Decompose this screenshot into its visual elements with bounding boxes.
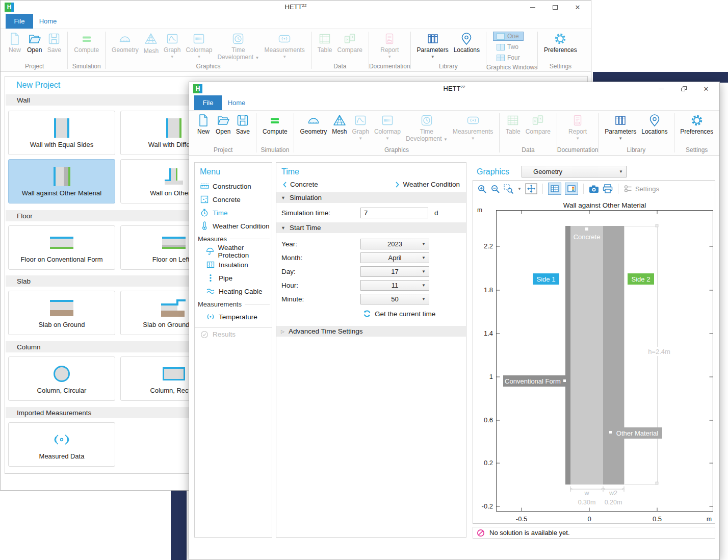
open-button[interactable]: Open [24, 32, 44, 54]
side1-label: Side 1 [537, 275, 556, 283]
open-folder-icon [216, 113, 230, 128]
graphics-view-dropdown[interactable]: Geometry▼ [522, 166, 627, 177]
section-start-time[interactable]: ▼Start Time [276, 222, 466, 233]
geometry-button[interactable]: Geometry [298, 113, 330, 136]
table-icon [318, 32, 332, 46]
nav-next-weather-condition[interactable]: Weather Condition [395, 181, 460, 188]
preferences-button[interactable]: Preferences [678, 113, 716, 136]
print-button[interactable] [603, 184, 613, 193]
compare-button[interactable]: Compare [523, 113, 553, 136]
simulation-time-input[interactable] [360, 208, 428, 218]
zoom-region-button[interactable] [504, 184, 514, 194]
zoom-extents-button[interactable] [525, 183, 537, 194]
graph-button[interactable]: Graph▼ [350, 113, 372, 141]
card-measured-data[interactable]: Measured Data [8, 422, 115, 467]
menu-item-temperature[interactable]: Temperature [195, 310, 272, 323]
graphics-windows-four[interactable]: Four [493, 53, 524, 62]
menu-item-insulation[interactable]: Insulation [195, 258, 272, 271]
minimize-button[interactable] [522, 1, 544, 14]
locations-button[interactable]: Locations [639, 113, 670, 136]
card-slab-on-ground[interactable]: Slab on Ground [8, 291, 115, 335]
plot-title: Wall against Other Material [563, 201, 646, 209]
grid-toggle-button[interactable] [548, 183, 561, 195]
menu-item-heating-cable[interactable]: Heating Cable [195, 285, 272, 298]
mesh-button[interactable]: Mesh [141, 32, 161, 55]
svg-text:-0.2: -0.2 [482, 502, 493, 510]
year-dropdown[interactable]: 2023▼ [360, 239, 429, 249]
preferences-button[interactable]: Preferences [541, 32, 580, 54]
report-button[interactable]: Report▼ [566, 113, 589, 141]
get-current-time-button[interactable]: Get the current time [363, 308, 466, 320]
table-button[interactable]: Table [315, 32, 335, 54]
plot-settings-button[interactable]: Settings [623, 185, 659, 193]
day-dropdown[interactable]: 17▼ [360, 266, 429, 277]
menu-item-weather-protection[interactable]: Weather Protection [195, 245, 272, 258]
geometry-plot[interactable]: Wall against Other Material m 2.2 1.8 1.… [473, 195, 715, 523]
nav-previous-concrete[interactable]: Concrete [282, 181, 318, 188]
graph-curve-icon [353, 113, 368, 128]
graph-button[interactable]: Graph▼ [161, 32, 183, 59]
ribbon-group-graphics: Geometry Mesh Graph▼ Colormap▼ TimeDevel… [294, 111, 500, 155]
zoom-out-button[interactable] [490, 184, 500, 194]
compute-button[interactable]: Compute [260, 113, 290, 136]
menu-item-concrete[interactable]: Concrete [195, 193, 272, 206]
month-dropdown[interactable]: April▼ [360, 252, 429, 263]
svg-text:0.2: 0.2 [484, 459, 493, 467]
new-button[interactable]: New [5, 32, 24, 54]
new-file-icon [196, 113, 211, 128]
graphics-panel: Graphics Geometry▼ ▼ Settings Wall again [470, 162, 719, 541]
no-solution-icon [477, 529, 485, 537]
graphics-windows-one[interactable]: One [493, 32, 524, 41]
open-button[interactable]: Open [213, 113, 233, 136]
tab-file[interactable]: File [194, 95, 222, 110]
colormap-button[interactable]: Colormap▼ [372, 113, 403, 141]
colorbar-toggle-button[interactable] [565, 183, 578, 195]
time-development-button[interactable]: TimeDevelopment ▼ [215, 32, 262, 61]
colormap-button[interactable]: Colormap▼ [183, 32, 215, 59]
parameters-button[interactable]: Parameters▼ [414, 32, 451, 59]
close-button[interactable]: ✕ [566, 1, 589, 14]
menu-item-time[interactable]: Time [195, 206, 272, 219]
parameters-button[interactable]: Parameters▼ [602, 113, 639, 141]
menu-item-construction[interactable]: Construction [195, 180, 272, 193]
measurements-button[interactable]: Measurements▼ [262, 32, 307, 59]
card-column-circular[interactable]: Column, Circular [8, 357, 115, 401]
save-button[interactable]: Save [44, 32, 64, 54]
compute-button[interactable]: Compute [71, 32, 101, 54]
card-wall-equal-sides[interactable]: Wall with Equal Sides [8, 111, 115, 155]
chevron-down-icon[interactable]: ▼ [517, 187, 522, 191]
menu-item-results[interactable]: Results [195, 327, 272, 341]
section-simulation[interactable]: ▼Simulation [276, 192, 466, 203]
table-button[interactable]: Table [503, 113, 523, 136]
menu-item-weather-condition[interactable]: Weather Condition [195, 219, 272, 233]
card-wall-against-other-material[interactable]: Wall against Other Material [8, 159, 115, 203]
tab-home[interactable]: Home [33, 14, 63, 29]
minute-dropdown[interactable]: 50▼ [360, 294, 429, 304]
measurements-button[interactable]: Measurements▼ [450, 113, 496, 141]
zoom-in-button[interactable] [477, 184, 487, 194]
compare-button[interactable]: Compare [335, 32, 365, 54]
report-button[interactable]: Report▼ [378, 32, 401, 59]
tab-file[interactable]: File [6, 14, 33, 29]
close-button[interactable]: ✕ [695, 82, 717, 95]
graphics-windows-two[interactable]: Two [493, 42, 524, 52]
maximize-button[interactable] [544, 1, 566, 14]
hour-dropdown[interactable]: 11▼ [360, 280, 429, 291]
menu-item-pipe[interactable]: Pipe [195, 271, 272, 285]
mesh-button[interactable]: Mesh [329, 113, 349, 136]
geometry-button[interactable]: Geometry [109, 32, 141, 54]
snapshot-button[interactable] [589, 185, 599, 193]
minimize-button[interactable] [650, 82, 672, 95]
new-button[interactable]: New [194, 113, 213, 136]
section-advanced-time-settings[interactable]: ▷Advanced Time Settings [276, 326, 466, 337]
time-development-button[interactable]: TimeDevelopment ▼ [403, 113, 450, 143]
save-button[interactable]: Save [233, 113, 252, 136]
slab-ground-edge-icon [161, 298, 187, 318]
locations-button[interactable]: Locations [451, 32, 482, 54]
ribbon-group-library: Parameters▼ Locations Library [599, 111, 673, 155]
card-floor-conventional-form[interactable]: Floor on Conventional Form [8, 225, 115, 270]
tab-home[interactable]: Home [222, 95, 251, 110]
concrete-layer [570, 226, 603, 485]
other-material-layer [603, 226, 624, 485]
restore-button[interactable] [672, 82, 695, 95]
